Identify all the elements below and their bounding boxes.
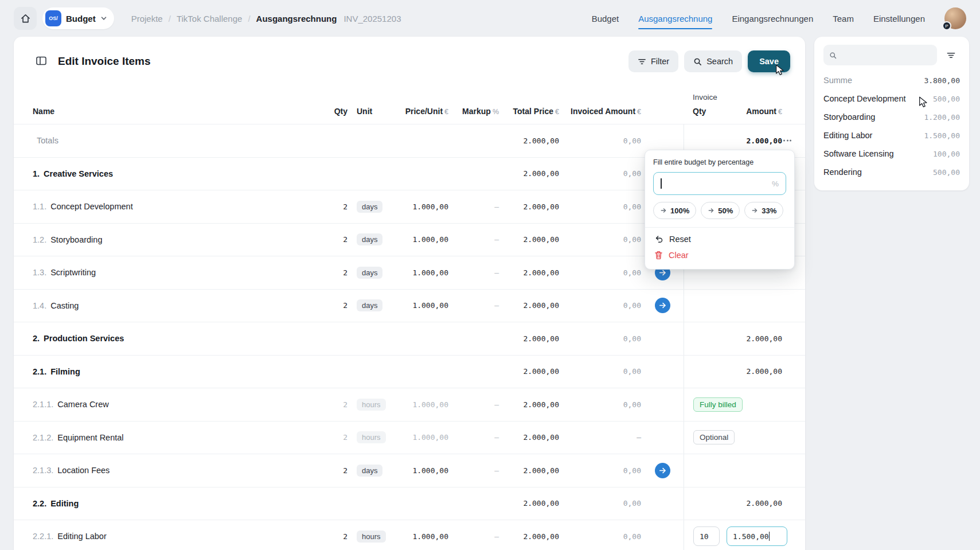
unit-badge: hours <box>357 399 386 411</box>
row-name-cell: 2.2. Editing <box>33 487 313 520</box>
unit-cell: days <box>348 256 396 289</box>
sidebar-search-input[interactable] <box>841 50 931 60</box>
sidebar-toggle-icon <box>35 54 48 67</box>
sidebar-item-value: 500,00 <box>933 95 960 103</box>
workspace-switcher[interactable]: OS/ Budget <box>42 7 114 29</box>
header-qty: Qty <box>313 107 348 124</box>
qty-cell <box>313 158 348 190</box>
markup-cell <box>448 487 499 520</box>
price-unit-cell: 1.000,00 <box>396 290 448 322</box>
topbar-nav-ausgangsrechnung[interactable]: Ausgangsrechnung <box>638 14 712 24</box>
header-transfer-spacer <box>641 116 684 124</box>
qty-cell: 2 <box>313 256 348 289</box>
sidebar-total-label: Summe <box>823 76 852 85</box>
price-unit-cell: 1.000,00 <box>396 224 448 256</box>
invoice-qty-input[interactable]: 10 <box>693 526 720 546</box>
invoice-amount-input[interactable]: 1.500,00 <box>727 526 787 546</box>
search-button-label: Search <box>706 57 733 66</box>
markup-cell: – <box>448 388 499 421</box>
header-invoice-amount: Amount€ <box>746 107 782 116</box>
search-button[interactable]: Search <box>684 50 742 72</box>
total-price-cell: 2.000,00 <box>499 356 559 388</box>
sidebar-list-item[interactable]: Editing Labor 1.500,00 <box>823 126 960 145</box>
invoice-cell: Fully billed <box>684 388 790 421</box>
row-name-cell: 1.4. Casting <box>33 290 313 322</box>
topbar-nav-team[interactable]: Team <box>833 14 854 24</box>
popover-divider <box>645 227 794 228</box>
nav-item-label: Eingangsrechnungen <box>732 14 813 24</box>
sidebar-list-item[interactable]: Concept Development 500,00 <box>823 89 960 108</box>
invoiced-amount-cell: 0,00 <box>559 158 641 190</box>
topbar-nav-eingangsrechnungen[interactable]: Eingangsrechnungen <box>732 14 813 24</box>
breadcrumb-separator: / <box>248 14 250 24</box>
row-menu-button[interactable] <box>781 136 794 145</box>
breadcrumb-project[interactable]: TikTok Challenge <box>177 14 243 24</box>
percentage-input[interactable]: % <box>653 172 786 195</box>
invoiced-amount-cell: – <box>559 422 641 454</box>
qty-cell: 2 <box>313 422 348 454</box>
sidebar-list-item[interactable]: Software Licensing 100,00 <box>823 145 960 163</box>
total-price-cell: 2.000,00 <box>499 158 559 190</box>
nav-item-label: Team <box>833 14 854 24</box>
filter-lines-icon <box>946 50 956 60</box>
row-name-cell: 2.1.3. Location Fees <box>33 454 313 487</box>
table-row: 2.2. Editing 2.000,00 0,00 2.000,00 <box>14 487 805 520</box>
row-number: 1.3. <box>33 268 46 277</box>
panel-toggle-button[interactable] <box>34 54 48 68</box>
percentage-option-label: 33% <box>762 206 776 215</box>
unit-cell: hours <box>348 520 396 550</box>
invoice-amount-value: 2.000,00 <box>746 334 782 343</box>
percent-suffix: % <box>772 180 779 188</box>
header-invoice-group: Invoice Qty Amount€ <box>684 93 790 124</box>
save-button[interactable]: Save <box>748 50 790 72</box>
arrow-right-icon <box>660 207 667 214</box>
invoiced-amount-cell: 0,00 <box>559 224 641 256</box>
row-name: Storyboarding <box>50 235 102 244</box>
qty-cell <box>313 487 348 520</box>
row-name: Editing Labor <box>57 532 106 541</box>
row-name-cell: 1.1. Concept Development <box>33 190 313 223</box>
toolbar: Filter Search Save <box>628 50 790 72</box>
header-total-price: Total Price€ <box>499 107 559 124</box>
topbar-nav-einstellungen[interactable]: Einstellungen <box>873 14 925 24</box>
markup-cell: – <box>448 422 499 454</box>
filter-button[interactable]: Filter <box>628 50 678 72</box>
row-number: 2.1.2. <box>33 433 53 442</box>
reset-button[interactable]: Reset <box>653 229 786 245</box>
sidebar-list-item[interactable]: Rendering 500,00 <box>823 163 960 181</box>
clear-button[interactable]: Clear <box>653 245 786 261</box>
unit-badge: hours <box>357 431 386 443</box>
invoice-cell: Optional <box>684 422 790 454</box>
row-name-cell: 1.3. Scriptwriting <box>33 256 313 289</box>
unit-badge: days <box>357 201 382 213</box>
transfer-arrow-button[interactable] <box>655 298 670 313</box>
home-icon <box>20 13 31 24</box>
topbar-nav-budget[interactable]: Budget <box>592 14 619 24</box>
price-unit-cell: 1.000,00 <box>396 256 448 289</box>
sidebar-search[interactable] <box>823 45 937 65</box>
sidebar-filter-button[interactable] <box>942 46 960 64</box>
row-name-cell: 2.2.1. Editing Labor <box>33 520 313 550</box>
home-button[interactable] <box>14 7 37 30</box>
row-number: 2.1.3. <box>33 466 53 475</box>
avatar[interactable]: P <box>944 7 966 29</box>
price-unit-cell <box>396 322 448 355</box>
status-badge: Fully billed <box>693 397 743 412</box>
breadcrumb-projekte[interactable]: Projekte <box>131 14 163 24</box>
table-row: 2. Production Services 2.000,00 0,00 2.0… <box>14 322 805 355</box>
filter-icon <box>638 57 646 66</box>
invoiced-amount-cell: 0,00 <box>559 520 641 550</box>
sidebar-list-item[interactable]: Storyboarding 1.200,00 <box>823 108 960 126</box>
header-name: Name <box>33 107 313 124</box>
percentage-option-button[interactable]: 100% <box>653 202 696 219</box>
search-icon <box>829 51 837 60</box>
percentage-option-button[interactable]: 33% <box>744 202 783 219</box>
qty-cell: 2 <box>313 454 348 487</box>
qty-cell <box>313 124 348 157</box>
percentage-option-button[interactable]: 50% <box>701 202 740 219</box>
total-price-cell: 2.000,00 <box>499 224 559 256</box>
transfer-arrow-button[interactable] <box>655 463 670 478</box>
row-name: Concept Development <box>50 202 132 211</box>
arrow-right-icon <box>751 207 758 214</box>
unit-cell <box>348 124 396 157</box>
